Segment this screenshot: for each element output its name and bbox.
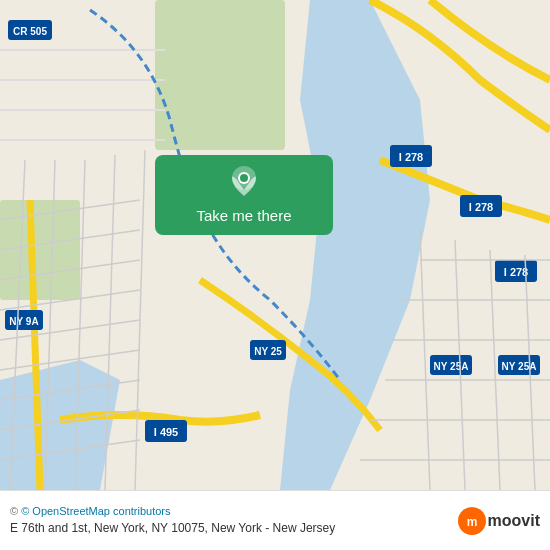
- address-text: E 76th and 1st, New York, NY 10075, New …: [10, 520, 452, 537]
- svg-text:I 495: I 495: [154, 426, 178, 438]
- svg-text:NY 25A: NY 25A: [502, 361, 537, 372]
- svg-text:m: m: [466, 515, 477, 529]
- svg-point-53: [240, 174, 248, 182]
- take-me-there-button[interactable]: Take me there: [155, 155, 333, 235]
- moovit-text: moovit: [488, 512, 540, 530]
- svg-marker-2: [0, 360, 120, 490]
- svg-text:NY 25: NY 25: [254, 346, 282, 357]
- osm-credit: © © OpenStreetMap contributors: [10, 504, 452, 519]
- copyright-symbol: ©: [10, 505, 21, 517]
- moovit-logo[interactable]: m moovit: [458, 507, 540, 535]
- svg-rect-3: [155, 0, 285, 150]
- svg-text:I 278: I 278: [399, 151, 423, 163]
- map-container: I 278 I 278 I 278 NY 25 NY 9A I 495 NY 2…: [0, 0, 550, 490]
- svg-text:I 278: I 278: [504, 266, 528, 278]
- svg-text:NY 25A: NY 25A: [434, 361, 469, 372]
- osm-link[interactable]: © OpenStreetMap contributors: [21, 505, 170, 517]
- moovit-icon: m: [458, 507, 486, 535]
- location-pin-icon: [230, 166, 258, 203]
- svg-text:I 278: I 278: [469, 201, 493, 213]
- footer: © © OpenStreetMap contributors E 76th an…: [0, 490, 550, 550]
- svg-text:CR 505: CR 505: [13, 26, 47, 37]
- footer-text: © © OpenStreetMap contributors E 76th an…: [10, 504, 452, 536]
- map-svg: I 278 I 278 I 278 NY 25 NY 9A I 495 NY 2…: [0, 0, 550, 490]
- svg-text:NY 9A: NY 9A: [9, 316, 38, 327]
- take-me-there-label: Take me there: [196, 207, 291, 224]
